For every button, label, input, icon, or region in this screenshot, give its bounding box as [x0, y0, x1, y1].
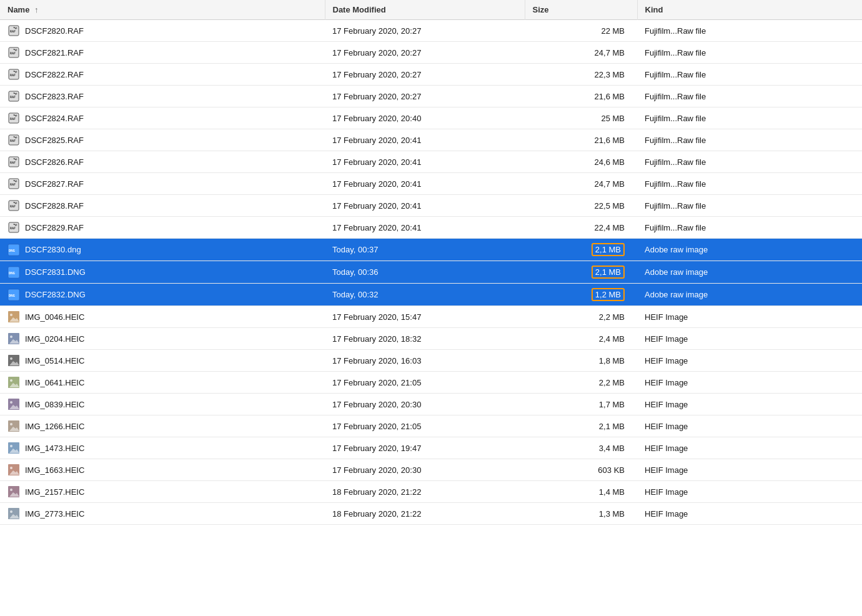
svg-point-73 [10, 489, 12, 491]
file-size: 1,7 MB [525, 394, 637, 415]
svg-point-45 [10, 335, 12, 338]
file-name: DSCF2831.DNG [25, 267, 86, 277]
file-date: 17 February 2020, 18:32 [325, 328, 525, 350]
svg-text:RAF: RAF [10, 204, 16, 208]
file-size: 1,4 MB [525, 481, 637, 503]
table-row[interactable]: RAF DSCF2823.RAF 17 February 2020, 20:27… [0, 86, 862, 107]
file-size: 2,1 MB [525, 261, 637, 284]
table-row[interactable]: RAF DSCF2825.RAF 17 February 2020, 20:41… [0, 129, 862, 151]
table-row[interactable]: IMG_0204.HEIC 17 February 2020, 18:322,4… [0, 328, 862, 350]
file-name-cell: IMG_0839.HEIC [0, 394, 325, 415]
heic-icon [7, 354, 20, 367]
file-date: 17 February 2020, 20:40 [325, 107, 525, 129]
file-date: 17 February 2020, 20:27 [325, 42, 525, 64]
table-row[interactable]: IMG_1266.HEIC 17 February 2020, 21:052,1… [0, 415, 862, 437]
table-row[interactable]: IMG_0514.HEIC 17 February 2020, 16:031,8… [0, 350, 862, 372]
table-row[interactable]: IMG_0046.HEIC 17 February 2020, 15:472,2… [0, 306, 862, 328]
file-kind: HEIF Image [637, 503, 862, 525]
file-date: 17 February 2020, 21:05 [325, 415, 525, 437]
table-row[interactable]: RAF DSCF2822.RAF 17 February 2020, 20:27… [0, 64, 862, 86]
file-size: 1,2 MB [525, 284, 637, 306]
table-row[interactable]: DNG DSCF2830.dng Today, 00:372,1 MBAdobe… [0, 239, 862, 261]
file-name: IMG_0514.HEIC [25, 356, 84, 365]
file-date: 17 February 2020, 15:47 [325, 306, 525, 328]
table-row[interactable]: RAF DSCF2828.RAF 17 February 2020, 20:41… [0, 195, 862, 217]
file-size: 24,7 MB [525, 173, 637, 195]
svg-text:DNG: DNG [9, 294, 16, 297]
file-size: 22,5 MB [525, 195, 637, 217]
size-highlight: 2,1 MB [592, 243, 625, 256]
table-row[interactable]: DNG DSCF2831.DNG Today, 00:362,1 MBAdobe… [0, 261, 862, 284]
file-name-cell: RAF DSCF2829.RAF [0, 217, 325, 239]
table-row[interactable]: RAF DSCF2827.RAF 17 February 2020, 20:41… [0, 173, 862, 195]
svg-point-41 [10, 314, 12, 316]
table-row[interactable]: RAF DSCF2826.RAF 17 February 2020, 20:41… [0, 151, 862, 173]
table-row[interactable]: RAF DSCF2824.RAF 17 February 2020, 20:40… [0, 107, 862, 129]
file-kind: Fujifilm...Raw file [637, 195, 862, 217]
file-name-cell: IMG_0204.HEIC [0, 328, 325, 350]
table-row[interactable]: IMG_1473.HEIC 17 February 2020, 19:473,4… [0, 437, 862, 459]
raf-icon: RAF [7, 46, 20, 59]
file-name-cell: IMG_1473.HEIC [0, 437, 325, 459]
table-row[interactable]: RAF DSCF2821.RAF 17 February 2020, 20:27… [0, 42, 862, 64]
svg-text:RAF: RAF [10, 161, 16, 164]
file-name: DSCF2820.RAF [25, 26, 84, 36]
table-row[interactable]: IMG_2773.HEIC 18 February 2020, 21:221,3… [0, 503, 862, 525]
table-row[interactable]: IMG_2157.HEIC 18 February 2020, 21:221,4… [0, 481, 862, 503]
svg-text:RAF: RAF [10, 51, 16, 55]
file-name: DSCF2821.RAF [25, 48, 84, 57]
file-kind: HEIF Image [637, 328, 862, 350]
svg-point-53 [10, 379, 12, 382]
svg-point-65 [10, 445, 12, 447]
table-row[interactable]: RAF DSCF2820.RAF 17 February 2020, 20:27… [0, 20, 862, 42]
file-name-cell: RAF DSCF2828.RAF [0, 195, 325, 217]
file-name-cell: RAF DSCF2823.RAF [0, 86, 325, 107]
col-header-date[interactable]: Date Modified [325, 0, 525, 20]
heic-icon [7, 442, 20, 454]
heic-icon [7, 376, 20, 389]
raf-icon: RAF [7, 112, 20, 124]
svg-point-49 [10, 357, 12, 360]
dng-icon: DNG [7, 289, 20, 301]
svg-text:RAF: RAF [10, 29, 16, 33]
col-header-size[interactable]: Size [525, 0, 637, 20]
table-row[interactable]: IMG_1663.HEIC 17 February 2020, 20:30603… [0, 459, 862, 481]
file-date: 17 February 2020, 20:41 [325, 151, 525, 173]
raf-icon: RAF [7, 221, 20, 234]
file-size: 21,6 MB [525, 86, 637, 107]
svg-text:RAF: RAF [10, 95, 16, 99]
svg-text:RAF: RAF [10, 226, 16, 230]
heic-icon [7, 464, 20, 476]
file-kind: HEIF Image [637, 350, 862, 372]
col-header-name[interactable]: Name ↑ [0, 0, 325, 20]
heic-icon [7, 310, 20, 323]
file-date: 17 February 2020, 20:41 [325, 173, 525, 195]
file-size: 1,3 MB [525, 503, 637, 525]
file-date: 17 February 2020, 20:30 [325, 459, 525, 481]
file-name: IMG_1473.HEIC [25, 444, 84, 453]
table-row[interactable]: DNG DSCF2832.DNG Today, 00:321,2 MBAdobe… [0, 284, 862, 306]
file-name-cell: RAF DSCF2824.RAF [0, 107, 325, 129]
file-kind: HEIF Image [637, 306, 862, 328]
file-name: IMG_1266.HEIC [25, 422, 84, 431]
file-name: DSCF2826.RAF [25, 157, 84, 167]
file-date: Today, 00:32 [325, 284, 525, 306]
file-size: 2,1 MB [525, 239, 637, 261]
svg-text:RAF: RAF [10, 73, 16, 77]
table-row[interactable]: RAF DSCF2829.RAF 17 February 2020, 20:41… [0, 217, 862, 239]
file-size: 3,4 MB [525, 437, 637, 459]
file-name: DSCF2823.RAF [25, 92, 84, 101]
col-header-kind-label: Kind [645, 5, 663, 14]
file-name: IMG_2773.HEIC [25, 509, 84, 519]
file-size: 2,4 MB [525, 328, 637, 350]
table-row[interactable]: IMG_0641.HEIC 17 February 2020, 21:052,2… [0, 372, 862, 394]
file-name-cell: IMG_2157.HEIC [0, 481, 325, 503]
table-row[interactable]: IMG_0839.HEIC 17 February 2020, 20:301,7… [0, 394, 862, 415]
file-name: IMG_1663.HEIC [25, 465, 84, 475]
file-kind: Fujifilm...Raw file [637, 20, 862, 42]
col-header-kind[interactable]: Kind [637, 0, 862, 20]
raf-icon: RAF [7, 90, 20, 102]
file-date: 17 February 2020, 20:30 [325, 394, 525, 415]
file-size: 21,6 MB [525, 129, 637, 151]
file-size: 25 MB [525, 107, 637, 129]
